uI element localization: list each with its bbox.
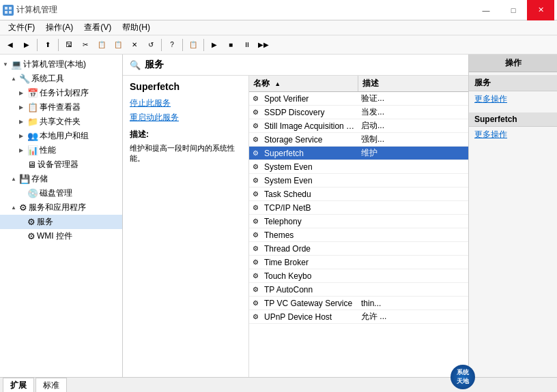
close-button[interactable]: ✕ [527, 0, 554, 20]
service-row[interactable]: ⚙ Time Broker [249, 256, 468, 269]
minimize-button[interactable]: — [472, 0, 500, 20]
tb-cut[interactable]: ✂ [78, 37, 93, 52]
tree-services[interactable]: ⚙ 服务 [0, 215, 122, 229]
service-row[interactable]: ⚙ TCP/IP NetB [249, 201, 468, 215]
tree-local-users[interactable]: ▶ 👥 本地用户和组 [0, 129, 122, 143]
tree-shared-folders[interactable]: ▶ 📁 共享文件夹 [0, 115, 122, 129]
tb-stop[interactable]: ■ [223, 37, 238, 52]
watermark: 系统天地 [451, 365, 475, 389]
service-row[interactable]: ⚙ Telephony [249, 215, 468, 228]
svc-icon: ⚙ [19, 202, 27, 213]
tb-refresh[interactable]: ↺ [143, 37, 158, 52]
tb-pause[interactable]: ⏸ [240, 37, 255, 52]
stop-service-link[interactable]: 停止此服务 [130, 97, 242, 109]
service-row[interactable]: ⚙ System Even [249, 174, 468, 187]
tree-device-manager[interactable]: 🖥 设备管理器 [0, 157, 122, 172]
tb-restart[interactable]: ▶▶ [256, 37, 271, 52]
tree-disk-mgmt[interactable]: 💿 磁盘管理 [0, 186, 122, 200]
window-title: 计算机管理 [16, 4, 57, 16]
right-action-1[interactable]: 更多操作 [469, 91, 557, 107]
row-name: Storage Service [261, 135, 358, 145]
tb-forward[interactable]: ▶ [19, 37, 34, 52]
tree-root-label: 计算机管理(本地) [23, 59, 86, 70]
title-controls: — □ ✕ [472, 0, 554, 20]
row-desc: 启动... [358, 120, 468, 132]
row-icon: ⚙ [249, 272, 261, 280]
task-icon: 📅 [27, 88, 38, 98]
service-header: 🔍 服务 [123, 55, 468, 76]
tb-save[interactable]: 🖫 [61, 37, 76, 52]
selected-service-name: Superfetch [130, 81, 242, 92]
row-name: TP VC Gateway Service [261, 299, 358, 308]
tb-paste[interactable]: 📋 [111, 37, 126, 52]
tree-system-tools[interactable]: ▲ 🔧 系统工具 [0, 72, 122, 86]
row-desc: 允许 ... [358, 311, 468, 322]
row-name: System Even [261, 176, 358, 185]
row-name: Themes [261, 230, 358, 240]
service-row[interactable]: ⚙ Thread Orde [249, 242, 468, 256]
menu-file[interactable]: 文件(F) [3, 20, 40, 35]
row-icon: ⚙ [249, 136, 261, 143]
expand-arrow-perf: ▶ [19, 147, 26, 153]
disk-icon: 💿 [27, 188, 38, 198]
tb-export[interactable]: 📋 [186, 37, 201, 52]
themes-row[interactable]: ⚙ Themes [249, 228, 468, 242]
restart-service-link[interactable]: 重启动此服务 [130, 112, 242, 123]
tree-services-apps[interactable]: ▲ ⚙ 服务和应用程序 [0, 200, 122, 215]
right-section-1: 服务 更多操作 [469, 72, 557, 110]
row-desc: 验证... [358, 93, 468, 104]
expand-arrow-storage: ▲ [11, 176, 18, 182]
menu-help[interactable]: 帮助(H) [117, 20, 156, 35]
service-row[interactable]: ⚙ TP VC Gateway Service thin... [249, 297, 468, 310]
tree-wmi[interactable]: ⚙ WMI 控件 [0, 229, 122, 243]
service-row[interactable]: ⚙ SSDP Discovery 当发... [249, 106, 468, 119]
menu-action[interactable]: 操作(A) [40, 20, 78, 35]
app-icon [3, 5, 14, 16]
tb-help[interactable]: ? [165, 37, 180, 52]
service-list: ⚙ Spot Verifier 验证... ⚙ SSDP Discovery 当… [249, 92, 468, 377]
row-name: Task Schedu [261, 190, 358, 199]
service-row[interactable]: ⚙ System Even [249, 160, 468, 174]
tree-storage[interactable]: ▲ 💾 存储 [0, 172, 122, 186]
expand-arrow-event: ▶ [19, 104, 26, 110]
tree-svc-label: 服务和应用程序 [29, 202, 86, 213]
toolbar: ◀ ▶ ⬆ 🖫 ✂ 📋 📋 ✕ ↺ ? 📋 ▶ ■ ⏸ ▶▶ [0, 35, 557, 55]
tree-task-scheduler[interactable]: ▶ 📅 任务计划程序 [0, 86, 122, 100]
tb-back[interactable]: ◀ [3, 37, 18, 52]
service-row[interactable]: ⚙ Task Schedu [249, 187, 468, 201]
row-desc: thin... [358, 299, 468, 308]
title-bar-left: 计算机管理 [3, 4, 57, 16]
service-info-panel: Superfetch 停止此服务 重启动此服务 描述: 维护和提高一段时间内的系… [123, 76, 249, 377]
expand-arrow-svc: ▲ [11, 205, 18, 211]
service-row[interactable]: ⚙ Spot Verifier 验证... [249, 92, 468, 106]
service-row[interactable]: ⚙ Touch Keybo [249, 269, 468, 283]
right-action-2[interactable]: 更多操作 [469, 127, 557, 142]
tb-up[interactable]: ⬆ [40, 37, 55, 52]
tree-event-viewer[interactable]: ▶ 📋 事件查看器 [0, 100, 122, 115]
service-row[interactable]: ⚙ Storage Service 强制... [249, 133, 468, 147]
row-icon: ⚙ [249, 245, 261, 252]
menu-view[interactable]: 查看(V) [78, 20, 117, 35]
service-row[interactable]: ⚙ Still Image Acquisition Ev... 启动... [249, 119, 468, 133]
row-name: Superfetch [261, 149, 358, 158]
expand-arrow-sys: ▲ [11, 76, 18, 82]
tb-play[interactable]: ▶ [207, 37, 222, 52]
superfetch-row[interactable]: ⚙ Superfetch 维护 [249, 147, 468, 160]
watermark-logo: 系统天地 [451, 365, 475, 389]
tab-expand[interactable]: 扩展 [3, 378, 34, 393]
tb-copy[interactable]: 📋 [94, 37, 109, 52]
perf-icon: 📊 [27, 145, 38, 155]
tb-delete[interactable]: ✕ [127, 37, 142, 52]
service-row[interactable]: ⚙ TP AutoConn [249, 283, 468, 297]
row-icon: ⚙ [249, 204, 261, 211]
tree-root[interactable]: ▼ 💻 计算机管理(本地) [0, 57, 122, 72]
tree-performance[interactable]: ▶ 📊 性能 [0, 143, 122, 157]
tree-wmi-label: WMI 控件 [37, 230, 72, 242]
maximize-button[interactable]: □ [500, 0, 527, 20]
service-row[interactable]: ⚙ UPnP Device Host 允许 ... [249, 310, 468, 324]
col-name-label: 名称 [253, 78, 270, 88]
col-sort-arrow: ▲ [274, 80, 281, 87]
row-desc: 当发... [358, 106, 468, 118]
row-icon: ⚙ [249, 313, 261, 320]
tab-standard[interactable]: 标准 [35, 378, 67, 393]
